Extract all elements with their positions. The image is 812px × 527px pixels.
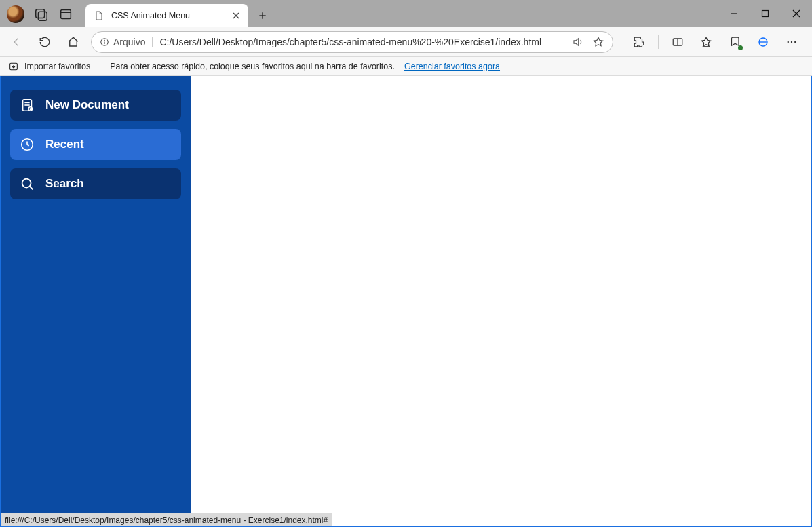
status-bar: file:///C:/Users/Dell/Desktop/Images/cha… [1, 513, 332, 526]
svg-rect-2 [61, 10, 71, 19]
svg-rect-0 [36, 9, 45, 18]
extensions-icon[interactable] [628, 31, 650, 53]
address-scheme-label: Arquivo [113, 37, 145, 47]
import-favorites-label: Importar favoritos [24, 62, 90, 71]
favorites-icon[interactable] [695, 31, 717, 53]
menu-item-label: New Document [45, 98, 129, 112]
svg-rect-9 [762, 11, 769, 17]
address-bar[interactable]: Arquivo C:/Users/Dell/Desktop/Images/cha… [91, 31, 613, 53]
sidebar-menu: New Document Recent Search [1, 76, 191, 526]
address-scheme: Arquivo [100, 37, 153, 47]
minimize-button[interactable] [718, 0, 750, 27]
bookmarks-separator [100, 61, 100, 72]
status-text: file:///C:/Users/Dell/Desktop/Images/cha… [5, 515, 328, 525]
titlebar-left-icons [0, 5, 81, 27]
favorite-star-icon[interactable] [592, 36, 604, 48]
bookmarks-hint: Para obter acesso rápido, coloque seus f… [110, 62, 395, 71]
bookmarks-bar: Importar favoritos Para obter acesso ráp… [0, 57, 812, 76]
window-controls [718, 0, 812, 27]
ie-mode-icon[interactable] [752, 31, 774, 53]
menu-item-recent[interactable]: Recent [10, 129, 181, 160]
split-screen-icon[interactable] [667, 31, 689, 53]
svg-point-19 [788, 41, 789, 42]
profile-avatar[interactable] [7, 5, 24, 23]
address-right [572, 36, 604, 48]
search-icon [20, 176, 35, 191]
import-icon [8, 61, 19, 72]
menu-item-label: Search [45, 177, 84, 191]
svg-point-20 [791, 41, 792, 42]
back-button[interactable] [5, 31, 27, 53]
menu-item-search[interactable]: Search [10, 168, 181, 199]
address-url: C:/Users/Dell/Desktop/Images/chapter5/cs… [159, 37, 565, 47]
svg-point-21 [794, 41, 796, 42]
maximize-button[interactable] [750, 0, 781, 27]
svg-point-28 [22, 179, 31, 188]
close-window-button[interactable] [781, 0, 812, 27]
close-tab-icon[interactable] [231, 10, 241, 21]
import-favorites-button[interactable]: Importar favoritos [8, 61, 90, 72]
clock-icon [20, 137, 35, 152]
tab-actions-icon[interactable] [58, 7, 73, 22]
info-icon [100, 37, 109, 47]
new-tab-button[interactable] [251, 4, 274, 27]
browser-toolbar: Arquivo C:/Users/Dell/Desktop/Images/cha… [0, 27, 812, 57]
tab-title: CSS Animated Menu [111, 11, 224, 20]
page-icon [94, 10, 104, 21]
svg-line-29 [30, 187, 33, 190]
collections-icon[interactable] [724, 31, 746, 53]
workspaces-icon[interactable] [34, 7, 49, 22]
browser-tab[interactable]: CSS Animated Menu [85, 4, 248, 27]
svg-point-14 [104, 40, 105, 41]
svg-rect-1 [38, 12, 47, 20]
menu-item-label: Recent [45, 138, 84, 151]
document-icon [20, 98, 35, 113]
settings-menu-icon[interactable] [781, 31, 803, 53]
toolbar-separator [658, 35, 659, 49]
browser-titlebar: CSS Animated Menu [0, 0, 812, 27]
home-button[interactable] [62, 31, 84, 53]
manage-favorites-link[interactable]: Gerenciar favoritos agora [404, 62, 500, 71]
page-viewport: New Document Recent Search file:///C:/Us… [0, 76, 812, 527]
toolbar-right-icons [628, 31, 807, 53]
refresh-button[interactable] [34, 31, 56, 53]
read-aloud-icon[interactable] [572, 36, 584, 48]
menu-item-new-document[interactable]: New Document [10, 90, 181, 121]
